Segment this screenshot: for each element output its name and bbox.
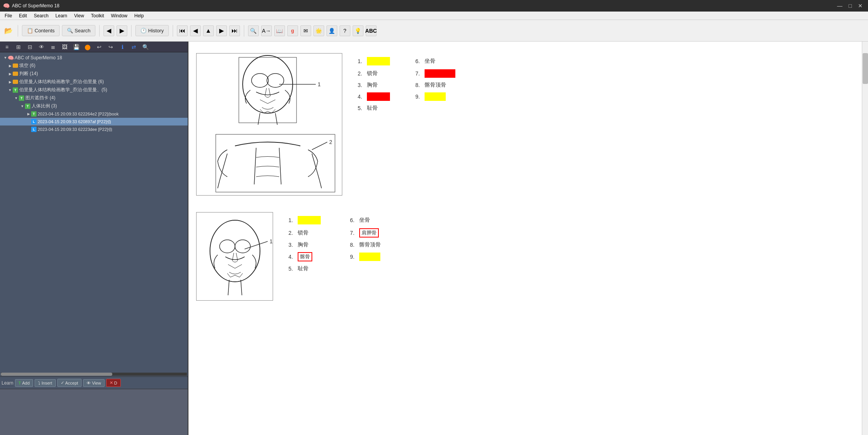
first-button[interactable]: ⏮ [177,25,188,36]
person-icon-button[interactable]: 👤 [327,25,337,36]
tree-item-label: 填空 (6) [19,62,35,69]
menu-help[interactable]: Help [131,12,147,19]
list-item: 4. [358,92,404,101]
list-item[interactable]: ▶ T 2023-04-15 20:09:33 622264e2 [P22](b… [0,110,188,118]
anatomy-list-top: 1. 6. 坐骨 2. 锁骨 7. [358,57,469,112]
skeleton-image-top: 1 [196,53,342,197]
next-button[interactable]: ▶ [216,25,227,36]
num: 2. [358,70,365,77]
t-icon: T [25,103,31,109]
list-item[interactable]: ▼ T 图片遮挡卡 (4) [0,94,188,102]
menu-view[interactable]: View [71,12,87,19]
accept-label: Accept [65,381,78,385]
translate-icon-button[interactable]: A→ [261,25,272,36]
history-button[interactable]: 🕐 History [135,25,168,36]
expand-icon[interactable]: ▼ [14,96,18,100]
star-icon-button[interactable]: 🌟 [313,25,324,36]
list-item: 2. 锁骨 [358,69,404,78]
toolbar-list-icon[interactable]: ≡ [2,42,12,52]
anatomy-list-bottom: 1. 6. 坐骨 2. 锁骨 7. 肩胛骨 [288,216,408,272]
help-icon-button[interactable]: ? [340,25,350,36]
root-expand-icon[interactable]: ▼ [3,55,8,60]
expand-icon[interactable]: ▶ [8,72,12,76]
app-icon: 🧠 [3,3,10,9]
up-button[interactable]: ▲ [203,25,214,36]
search-label: Search [75,28,90,33]
abc-icon-button[interactable]: ABC [366,25,377,36]
menu-toolkit[interactable]: Toolkit [88,12,107,19]
list-item[interactable]: ▼ T 伯里曼人体结构绘画教学_乔治·伯里曼、(5) [0,86,188,94]
list-item[interactable]: ▶ L 2023-04-15 20:09:33 62223dee [P22]伯 [0,125,188,133]
menu-file[interactable]: File [2,12,15,19]
accept-button[interactable]: ✓ Accept [57,379,82,387]
text-value: 胸骨 [298,241,308,248]
color-block-red-2 [367,92,390,101]
prev-button[interactable]: ◀ [190,25,201,36]
tree-area[interactable]: ▼ 🧠 ABC of SuperMemo 18 ▶ 填空 (6) ▶ [0,52,188,372]
right-scrollbar[interactable] [862,42,868,435]
toolbar-search-icon[interactable]: 🔍 [140,42,151,52]
zoom-icon-button[interactable]: 🔍 [248,25,259,36]
delete-button[interactable]: ✕ D [106,379,121,387]
toolbar-collapse-icon[interactable]: ⊟ [25,42,35,52]
toolbar-info-icon[interactable]: ℹ [117,42,128,52]
toolbar-sync-icon[interactable]: ⇄ [128,42,139,52]
forward-arrow-button[interactable]: ▶ [117,25,127,36]
list-item[interactable]: ▼ T 人体比例 (3) [0,102,188,110]
expand-icon[interactable]: ▶ [8,64,12,68]
color-block-red [425,69,455,78]
skeleton-svg-bottom: 1 [196,212,273,301]
mail-icon-button[interactable]: ✉ [300,25,311,36]
bulb-icon-button[interactable]: 💡 [353,25,363,36]
root-icon: 🧠 [8,55,14,61]
list-item[interactable]: ▶ 伯里曼人体结构绘画教学_乔治·伯里曼 (6) [0,78,188,86]
toolbar-grid-icon[interactable]: ⊞ [13,42,24,52]
expand-icon[interactable]: ▶ [26,112,31,116]
scrollbar-thumb[interactable] [863,53,868,84]
menu-edit[interactable]: Edit [16,12,30,19]
last-button[interactable]: ⏭ [229,25,240,36]
toolbar-image-icon[interactable]: 🖼 [59,42,70,52]
menu-search[interactable]: Search [31,12,52,19]
minimize-button[interactable]: — [835,3,845,9]
add-button[interactable]: T Add [15,379,33,387]
expand-icon[interactable]: ▼ [8,88,12,92]
view-label: View [92,381,101,385]
menu-window[interactable]: Window [108,12,131,19]
tree-root[interactable]: ▼ 🧠 ABC of SuperMemo 18 [0,54,188,62]
right-panel[interactable]: 1 [188,42,868,435]
text-value: 坐骨 [425,58,435,65]
text-value: 髂骨顶骨 [359,241,381,248]
toolbar-eye-icon[interactable]: 👁 [36,42,47,52]
t-icon: T [31,111,37,117]
toolbar-dot-icon[interactable]: ⬤ [82,42,93,52]
list-item[interactable]: ▶ 判断 (14) [0,70,188,78]
toolbar-save-icon[interactable]: 💾 [71,42,82,52]
toolbar-menu-icon[interactable]: ≣ [48,42,58,52]
toolbar-redo-icon[interactable]: ↪ [105,42,116,52]
contents-button[interactable]: 📋 Contents [22,25,60,36]
insert-button[interactable]: ⤵ Insert [35,379,56,387]
open-icon[interactable]: 📂 [3,25,14,36]
menu-learn[interactable]: Learn [52,12,70,19]
book-icon-button[interactable]: 📖 [274,25,285,36]
num: 1. [288,217,295,223]
back-arrow-button[interactable]: ◀ [103,25,114,36]
search-button[interactable]: 🔍 Search [62,25,95,36]
expand-icon[interactable]: ▶ [8,80,12,84]
text-value: 锁骨 [298,229,308,236]
toolbar-undo-icon[interactable]: ↩ [94,42,105,52]
horizontal-scrollbar[interactable] [1,373,187,376]
insert-icon: ⤵ [38,381,40,385]
tree-item-label: 人体比例 (3) [32,103,57,109]
maximize-button[interactable]: □ [846,3,854,9]
close-button[interactable]: ✕ [856,3,865,9]
expand-icon[interactable]: ▼ [20,104,25,109]
list-item[interactable]: ▶ 填空 (6) [0,62,188,70]
scrollbar-thumb[interactable] [1,373,112,376]
google-icon-button[interactable]: g [287,25,298,36]
nav-sep-1 [18,25,18,37]
svg-line-12 [245,241,268,249]
list-item[interactable]: ▶ L 2023-04-15 20:09:33 620897af [P22]伯 [0,118,188,125]
view-button[interactable]: 👁 View [83,379,105,387]
